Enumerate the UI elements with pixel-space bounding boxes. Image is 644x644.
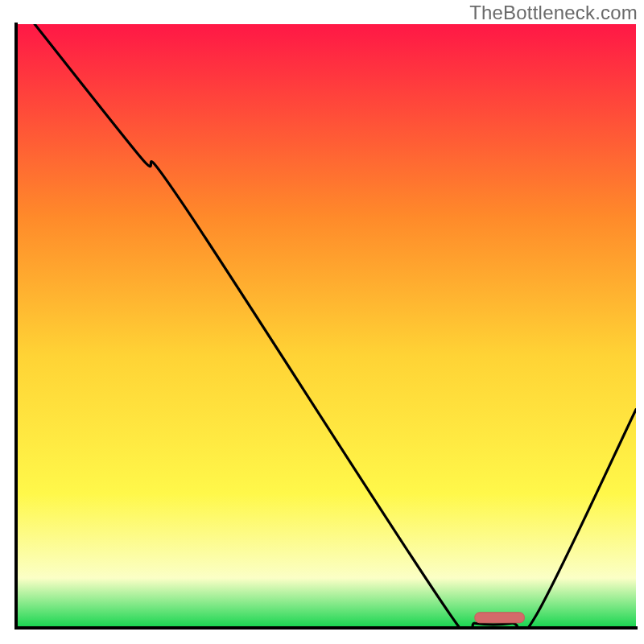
chart-svg bbox=[0, 0, 644, 644]
bottleneck-chart: TheBottleneck.com bbox=[0, 0, 644, 644]
watermark-text: TheBottleneck.com bbox=[469, 2, 638, 24]
optimal-marker bbox=[475, 613, 525, 623]
plot-background bbox=[16, 24, 636, 626]
